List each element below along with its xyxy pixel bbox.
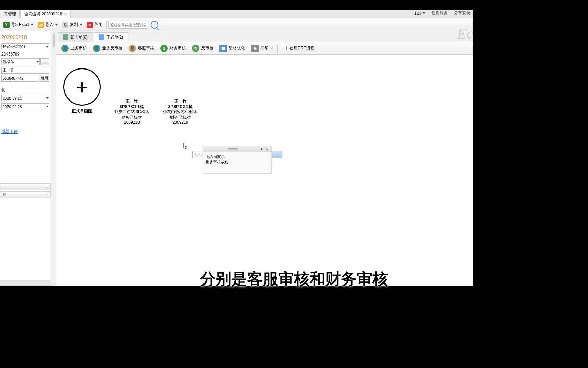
splitter-grip [53, 33, 55, 47]
tab-contract-edit[interactable]: 合同编辑:202009218 ✕ [20, 10, 71, 18]
tab-formal-orders[interactable]: 正式单(2) [94, 32, 129, 42]
person-orange-icon: 👤 [129, 45, 136, 52]
checkbox-icon [282, 46, 287, 50]
chevron-down-icon [46, 97, 49, 99]
intent-icon [63, 34, 68, 40]
phone1-text: 23456789 [0, 51, 51, 58]
close-icon[interactable]: ✕ [265, 147, 269, 151]
excel-icon: X [3, 22, 10, 28]
person-check-icon: 👤 [61, 45, 69, 52]
filter-input[interactable] [108, 21, 147, 29]
close-icon[interactable]: ✕ [64, 12, 67, 16]
formal-icon [99, 34, 104, 40]
folder-icon: 📁 [38, 22, 44, 28]
tab-intent-orders[interactable]: 意向单(0) [58, 32, 93, 42]
popup-body: 北方局演示 财务审核成功! [203, 152, 271, 167]
separator [106, 21, 107, 29]
chevron-down-icon [46, 46, 49, 48]
chevron-down-icon [31, 24, 33, 26]
person-arrow-icon: 👤 [93, 45, 100, 52]
watermark: Ec [457, 25, 473, 42]
finance-audit-button[interactable]: $ 财务审核 [158, 44, 189, 53]
brand-more-button[interactable]: ... [40, 58, 49, 65]
after-service-link[interactable]: 售后服务 [431, 10, 448, 16]
import-button[interactable]: 📁 导入 [36, 21, 60, 29]
order-item-1[interactable]: 王一竹 3PSP C1 1樘 外灰白色/内3D松木 财务已核对 2009218 [114, 99, 149, 125]
notification-popup: ⊓ ✕ 北方局演示 财务审核成功! [203, 146, 271, 173]
order-item-2[interactable]: 王一竹 3PSP C2 1樘 外灰白色/内3D松木 财务已核对 2009219 [163, 99, 198, 125]
share-install-link[interactable]: 分享安装 [454, 10, 470, 16]
action-bar: 👤 业务审核 👤 业务反审核 👤 客服审核 $ 财务审核 ↻ 反审核 [56, 42, 473, 55]
upload-link[interactable]: 原单上传 [0, 128, 51, 136]
chevron-down-icon [271, 48, 273, 49]
search-icon[interactable] [151, 21, 158, 29]
video-subtitle: 分别是客服审核和财务审核 [0, 269, 588, 290]
customer-input[interactable] [1, 67, 49, 74]
grid-icon: ▦ [219, 45, 227, 52]
phone2-input[interactable] [1, 75, 38, 82]
cs-audit-button[interactable]: 👤 客服审核 [126, 44, 157, 53]
plus-icon: + [63, 68, 101, 106]
popup-line2: 财务审核成功! [206, 159, 268, 165]
chevron-down-icon: ⌄ [46, 185, 48, 188]
chevron-down-icon [46, 106, 49, 107]
print-button[interactable]: 🖨 打印 [248, 44, 276, 53]
tab-contract-manage[interactable]: 同管理 [0, 10, 20, 18]
chevron-down-icon [36, 61, 39, 63]
biz-audit-button[interactable]: 👤 业务审核 [59, 44, 89, 53]
close-icon: ✕ [87, 22, 93, 28]
reverse-audit-button[interactable]: ↻ 反审核 [189, 44, 216, 53]
content-tabs: 意向单(0) 正式单(2) [56, 31, 473, 42]
separator [277, 44, 278, 53]
date2-input[interactable] [1, 103, 49, 110]
user-name: 123 [414, 11, 421, 16]
popup-line1: 北方局演示 [206, 154, 268, 159]
dollar-icon: $ [160, 45, 168, 52]
pin-icon[interactable]: ⊓ [261, 147, 264, 151]
dealer-select[interactable] [1, 43, 49, 50]
biz-reverse-audit-button[interactable]: 👤 业务反审核 [90, 44, 125, 53]
printer-icon: 🖨 [251, 45, 259, 52]
close-button[interactable]: ✕ 关闭 [85, 21, 104, 29]
splitter[interactable] [51, 31, 56, 286]
use-erp-checkbox[interactable]: 使用ERP流程 [279, 44, 317, 52]
date1-input[interactable] [1, 95, 49, 102]
quote-button[interactable]: 引用 [39, 75, 49, 82]
document-tab-strip: 同管理 合同编辑:202009218 ✕ [0, 10, 473, 18]
chevron-up-icon: ⌃ [46, 193, 48, 197]
bg-input-button [272, 151, 282, 158]
popup-titlebar[interactable]: ⊓ ✕ [203, 146, 271, 152]
panel-section-1[interactable]: ⌄ [0, 183, 51, 190]
chevron-down-icon [423, 12, 425, 14]
profile-optimize-button[interactable]: ▦ 型材优化 [217, 44, 248, 53]
export-excel-button[interactable]: X 导出Excel [1, 21, 35, 29]
copy-button[interactable]: ⎘ 复制 [60, 21, 84, 29]
chevron-down-icon [55, 24, 58, 26]
brand-select[interactable] [1, 58, 40, 65]
state-label: 状 [0, 87, 51, 94]
contract-id: 202009218 [0, 31, 51, 43]
chevron-down-icon [80, 24, 82, 26]
main-toolbar: X 导出Excel 📁 导入 ⎘ 复制 ✕ 关闭 [0, 18, 473, 31]
panel-section-2[interactable]: 置 ⌃ [0, 191, 51, 198]
copy-icon: ⎘ [62, 22, 68, 28]
refresh-icon: ↻ [192, 45, 199, 52]
add-formal-order-button[interactable]: + 正式单画图 [63, 68, 101, 114]
left-panel: 202009218 23456789 ... 引用 状 [0, 31, 51, 286]
grip-icon [228, 148, 238, 150]
user-dropdown[interactable]: 123 [414, 11, 425, 16]
